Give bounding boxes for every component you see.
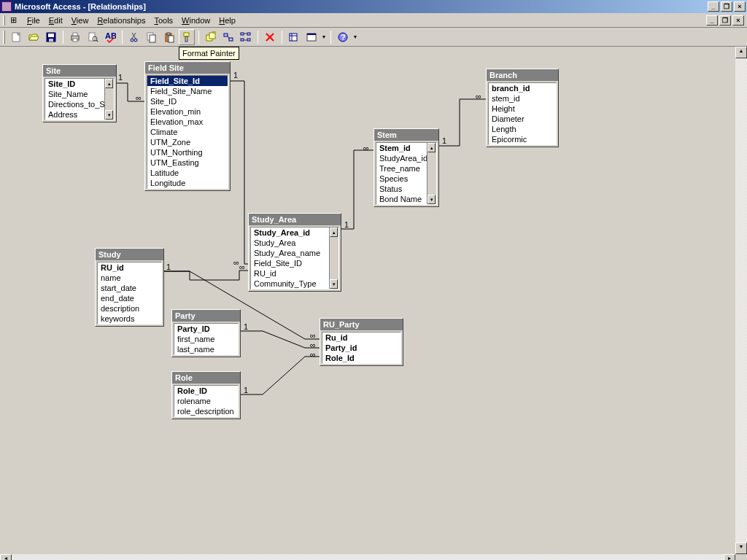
spelling-icon[interactable]: ABC: [102, 29, 118, 45]
menu-help[interactable]: Help: [214, 15, 240, 26]
menu-view[interactable]: View: [67, 15, 93, 26]
field-item[interactable]: last_name: [174, 344, 238, 354]
field-item[interactable]: Party_ID: [174, 324, 238, 334]
field-item[interactable]: UTM_Zone: [147, 137, 228, 147]
database-window-icon[interactable]: [303, 29, 320, 45]
field-item[interactable]: Study_Area_id: [251, 228, 329, 238]
table-site[interactable]: Site Site_ID Site_Name Directions_to_Si …: [42, 64, 117, 122]
scrollbar[interactable]: ▴▾: [427, 143, 436, 204]
table-title[interactable]: Field Site: [145, 62, 230, 74]
field-item[interactable]: role_description: [174, 406, 238, 416]
field-item[interactable]: first_name: [174, 334, 238, 344]
field-item[interactable]: Stem_id: [376, 143, 427, 153]
field-item[interactable]: RU_id: [98, 262, 161, 273]
field-item[interactable]: UTM_Easting: [147, 158, 228, 168]
field-item[interactable]: StudyArea_id: [376, 153, 427, 163]
table-branch[interactable]: Branch branch_id stem_id Height Diameter…: [486, 69, 559, 147]
field-item[interactable]: Field_Site_ID: [251, 258, 329, 268]
field-item[interactable]: Role_ID: [174, 386, 238, 396]
relationships-canvas[interactable]: 1 ∞ 1 ∞ 1 ∞ 1 ∞ 1 ∞ ∞ 1 ∞ 1 ∞ Site Site_…: [0, 47, 747, 554]
format-painter-icon[interactable]: [179, 29, 195, 45]
close-button[interactable]: ×: [734, 1, 746, 12]
field-item[interactable]: Field_Site_Name: [147, 86, 228, 96]
field-item[interactable]: Study_Area: [251, 238, 329, 248]
table-role[interactable]: Role Role_ID rolename role_description: [171, 371, 241, 419]
toolbar-grip[interactable]: [3, 31, 5, 44]
table-title[interactable]: Role: [172, 372, 240, 384]
field-item[interactable]: Epicormic: [489, 134, 556, 144]
scrollbar[interactable]: ▴▾: [104, 79, 114, 120]
table-title[interactable]: Party: [172, 310, 240, 322]
field-item[interactable]: Study_Area_name: [251, 248, 329, 258]
field-item[interactable]: branch_id: [489, 83, 556, 93]
print-icon[interactable]: [67, 29, 83, 45]
field-item[interactable]: rolename: [174, 396, 238, 406]
table-title[interactable]: Site: [43, 65, 116, 77]
field-item[interactable]: Diameter: [489, 114, 556, 124]
copy-icon[interactable]: [144, 29, 160, 45]
new-icon[interactable]: [8, 29, 24, 45]
table-study[interactable]: Study RU_id name start_date end_date des…: [95, 248, 164, 327]
menu-file[interactable]: File: [23, 15, 44, 26]
cut-icon[interactable]: [126, 29, 142, 45]
field-item[interactable]: end_date: [98, 293, 161, 303]
field-item[interactable]: Ru_id: [322, 332, 400, 343]
print-preview-icon[interactable]: [85, 29, 101, 45]
field-item[interactable]: Community_Type: [251, 279, 329, 289]
menu-grip[interactable]: [3, 15, 5, 26]
field-item[interactable]: start_date: [98, 283, 161, 293]
mdi-restore-button[interactable]: ❐: [719, 15, 731, 26]
table-title[interactable]: RU_Party: [320, 319, 403, 330]
show-table-icon[interactable]: +: [203, 29, 219, 45]
field-item[interactable]: Bond Name: [376, 194, 427, 204]
table-title[interactable]: Stem: [374, 129, 438, 141]
field-item[interactable]: Elevation_min: [147, 106, 228, 117]
table-stem[interactable]: Stem Stem_id StudyArea_id Tree_name Spec…: [374, 128, 439, 207]
menu-edit[interactable]: Edit: [44, 15, 67, 26]
open-icon[interactable]: [26, 29, 42, 45]
field-item[interactable]: Length: [489, 124, 556, 134]
field-item[interactable]: Site_Name: [45, 89, 104, 99]
field-item[interactable]: Elevation_max: [147, 117, 228, 127]
table-party[interactable]: Party Party_ID first_name last_name: [171, 309, 241, 357]
field-item[interactable]: RU_id: [251, 268, 329, 279]
menu-tools[interactable]: Tools: [150, 15, 177, 26]
field-item[interactable]: Latitude: [147, 168, 228, 178]
show-direct-icon[interactable]: [220, 29, 236, 45]
field-item[interactable]: Tree_name: [376, 163, 427, 174]
table-study-area[interactable]: Study_Area Study_Area_id Study_Area Stud…: [248, 213, 341, 292]
menu-window[interactable]: Window: [177, 15, 214, 26]
minimize-button[interactable]: _: [708, 1, 719, 12]
field-item[interactable]: Party_id: [322, 343, 400, 353]
dropdown-icon[interactable]: ▾: [321, 34, 327, 40]
table-ru-party[interactable]: RU_Party Ru_id Party_id Role_Id: [320, 318, 403, 366]
table-title[interactable]: Branch: [487, 69, 558, 81]
field-item[interactable]: Site_ID: [45, 79, 104, 89]
field-item[interactable]: name: [98, 273, 161, 283]
table-field-site[interactable]: Field Site Field_Site_Id Field_Site_Name…: [144, 61, 231, 191]
field-item[interactable]: Climate: [147, 127, 228, 137]
dropdown-icon[interactable]: ▾: [352, 34, 358, 40]
paste-icon[interactable]: [161, 29, 177, 45]
field-item[interactable]: UTM_Northing: [147, 147, 228, 158]
clear-layout-icon[interactable]: [262, 29, 278, 45]
field-item[interactable]: Species: [376, 174, 427, 184]
field-item[interactable]: Address: [45, 109, 104, 120]
show-all-icon[interactable]: [238, 29, 254, 45]
menu-relationships[interactable]: Relationships: [93, 15, 150, 26]
field-item[interactable]: Longitude: [147, 178, 228, 188]
field-item[interactable]: Status: [376, 184, 427, 194]
field-item[interactable]: stem_id: [489, 93, 556, 104]
table-title[interactable]: Study: [96, 249, 163, 260]
field-item[interactable]: description: [98, 303, 161, 314]
field-item[interactable]: Directions_to_Si: [45, 99, 104, 109]
restore-button[interactable]: ❐: [721, 1, 732, 12]
save-icon[interactable]: [43, 29, 59, 45]
new-object-icon[interactable]: [286, 29, 302, 45]
field-item[interactable]: keywords: [98, 314, 161, 324]
mdi-minimize-button[interactable]: _: [706, 15, 718, 26]
field-item[interactable]: Role_Id: [322, 353, 400, 363]
scrollbar[interactable]: ▴▾: [329, 228, 338, 289]
mdi-close-button[interactable]: ×: [732, 15, 744, 26]
help-icon[interactable]: ?: [335, 29, 351, 45]
